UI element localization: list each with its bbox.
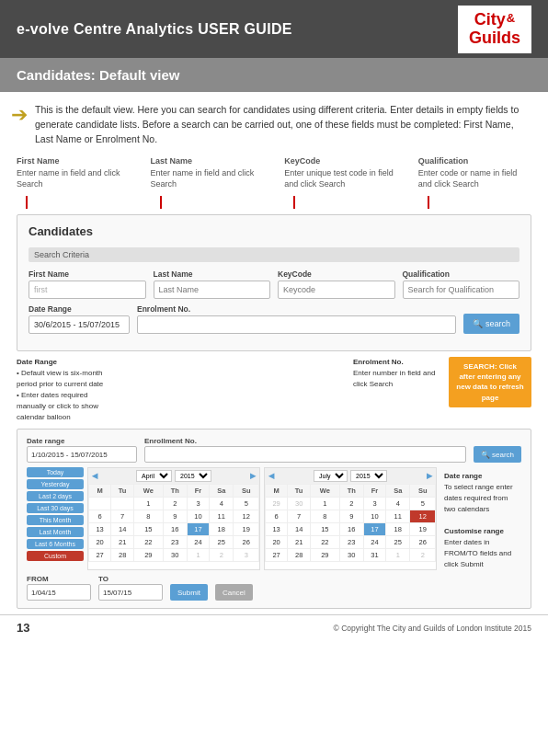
cal1-cell[interactable]: 15 [134,523,163,536]
cancel-button[interactable]: Cancel [215,584,253,601]
cal1-cell[interactable]: 1 [187,549,209,562]
cal1-cell[interactable]: 16 [163,523,187,536]
cal2-cell[interactable]: 31 [363,549,385,562]
preset-custom[interactable]: Custom [27,551,84,561]
cal2-cell[interactable]: 6 [266,510,288,523]
cal1-cell[interactable]: 2 [163,498,187,510]
cal2-cell[interactable]: 15 [311,523,339,536]
cal2-cell[interactable]: 21 [288,536,311,549]
cal2-cell[interactable]: 19 [410,523,436,536]
cal2-cell-today[interactable]: 12 [410,510,436,523]
cal2-cell[interactable]: 30 [288,498,311,510]
preset-lastmonth[interactable]: Last Month [27,527,84,537]
cal2-month-select[interactable]: July [314,470,348,482]
cal2-cell[interactable]: 26 [410,536,436,549]
cal1-cell[interactable]: 23 [163,536,187,549]
cal2-next[interactable]: ▶ [427,472,432,480]
cal1-month-select[interactable]: April [136,470,172,482]
cal2-cell[interactable]: 27 [266,549,288,562]
cal1-cell[interactable]: 5 [234,498,259,510]
cal2-cell[interactable]: 22 [311,536,339,549]
date-range-input[interactable] [29,315,130,334]
cal1-cell[interactable]: 25 [210,536,234,549]
cal2-cell[interactable]: 18 [386,523,410,536]
search-button[interactable]: 🔍 search [463,314,519,334]
cal1-year-select[interactable]: 2015 [175,470,211,482]
submit-button[interactable]: Submit [170,584,208,601]
cal2-cell[interactable]: 2 [410,549,436,562]
cal1-cell[interactable]: 4 [210,498,234,510]
to-input[interactable] [98,584,163,601]
cal1-cell[interactable]: 13 [89,523,111,536]
from-input[interactable] [27,584,91,601]
cal2-cell[interactable]: 14 [288,523,311,536]
cal2-cell-highlighted[interactable]: 17 [363,523,385,536]
preset-today[interactable]: Today [27,467,84,477]
cal2-cell[interactable]: 13 [266,523,288,536]
cal2-prev[interactable]: ◀ [268,472,274,480]
cal2-cell[interactable]: 20 [266,536,288,549]
cal2-cell[interactable]: 24 [363,536,385,549]
first-name-input[interactable] [29,281,146,299]
cal2-cell[interactable]: 9 [339,510,363,523]
cal1-cell[interactable]: 19 [234,523,259,536]
cal-search-button[interactable]: 🔍 search [474,446,521,463]
cal2-cell[interactable]: 7 [288,510,311,523]
preset-last2days[interactable]: Last 2 days [27,491,84,501]
enrolment-input[interactable] [137,315,456,334]
cal1-cell[interactable]: 3 [187,498,209,510]
cal1-cell[interactable]: 3 [234,549,259,562]
cal1-cell[interactable] [89,498,111,510]
cal1-cell[interactable]: 2 [210,549,234,562]
last-name-input[interactable] [154,281,271,299]
cal-date-input[interactable] [27,446,137,463]
cal1-cell[interactable] [111,498,134,510]
cal1-cell[interactable]: 9 [163,510,187,523]
cal1-cell[interactable]: 12 [234,510,259,523]
preset-thismonth[interactable]: This Month [27,515,84,525]
cal2-cell[interactable]: 10 [363,510,385,523]
cal2-cell[interactable]: 28 [288,549,311,562]
cal2-cell[interactable]: 29 [311,549,339,562]
cal1-cell[interactable]: 28 [111,549,134,562]
cal1-cell[interactable]: 7 [111,510,134,523]
cal2-cell[interactable]: 4 [386,498,410,510]
cal2-cell[interactable]: 11 [386,510,410,523]
cal2-cell[interactable]: 5 [410,498,436,510]
cal1-cell[interactable]: 1 [134,498,163,510]
cal2-cell[interactable]: 25 [386,536,410,549]
cal1-cell[interactable]: 6 [89,510,111,523]
cal1-prev[interactable]: ◀ [92,472,97,480]
cal1-cell[interactable]: 24 [187,536,209,549]
cal1-cell[interactable]: 8 [134,510,163,523]
cal1-cell[interactable]: 30 [163,549,187,562]
keycode-input[interactable] [278,281,395,299]
cal1-next[interactable]: ▶ [250,472,256,480]
cal2-cell[interactable]: 16 [339,523,363,536]
cal1-cell[interactable]: 27 [89,549,111,562]
preset-last6months[interactable]: Last 6 Months [27,539,84,549]
cal2-cell[interactable]: 8 [311,510,339,523]
cal1-cell-highlighted[interactable]: 17 [187,523,209,536]
cal1-cell[interactable]: 21 [111,536,134,549]
cal1-cell[interactable]: 11 [210,510,234,523]
cal1-cell[interactable]: 26 [234,536,259,549]
preset-yesterday[interactable]: Yesterday [27,479,84,489]
cal1-cell[interactable]: 20 [89,536,111,549]
cal1-cell[interactable]: 10 [187,510,209,523]
cal1-cell[interactable]: 29 [134,549,163,562]
cal1-cell[interactable]: 22 [134,536,163,549]
cal2-cell[interactable]: 1 [311,498,339,510]
qualification-input[interactable] [403,281,520,299]
preset-last30days[interactable]: Last 30 days [27,503,84,513]
cal2-cell[interactable]: 30 [339,549,363,562]
cal2-cell[interactable]: 2 [339,498,363,510]
cal2-year-select[interactable]: 2015 [350,470,387,482]
cal2-cell[interactable]: 29 [266,498,288,510]
cal-enrol-input[interactable] [144,446,466,463]
cal2-cell[interactable]: 3 [363,498,385,510]
cal1-cell[interactable]: 14 [111,523,134,536]
cal1-cell[interactable]: 18 [210,523,234,536]
cal2-cell[interactable]: 23 [339,536,363,549]
cal2-cell[interactable]: 1 [386,549,410,562]
